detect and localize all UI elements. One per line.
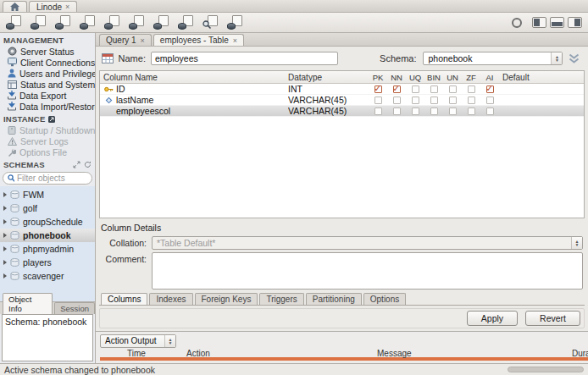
collation-select[interactable]: *Table Default* ▲▼	[152, 236, 583, 250]
close-icon[interactable]: ×	[141, 36, 145, 45]
revert-button[interactable]: Revert	[525, 311, 580, 326]
create-schema-icon[interactable]	[55, 15, 71, 30]
col-header-message[interactable]: Message	[377, 349, 572, 358]
col-header-pk[interactable]: PK	[369, 73, 387, 82]
un-checkbox[interactable]	[449, 97, 457, 104]
sidebar-item-server-logs[interactable]: Server Logs	[0, 135, 95, 146]
uq-checkbox[interactable]	[412, 85, 419, 93]
un-checkbox[interactable]	[449, 85, 457, 93]
schema-item-phpmyadmin[interactable]: phpmyadmin	[0, 242, 95, 256]
comment-textarea[interactable]	[152, 252, 583, 290]
zf-checkbox[interactable]	[468, 108, 475, 115]
tab-indexes[interactable]: Indexes	[149, 293, 192, 305]
sidebar-item-users-privileges[interactable]: Users and Privileges	[0, 68, 95, 79]
bin-checkbox[interactable]	[430, 85, 438, 93]
toggle-left-panel-button[interactable]	[532, 17, 546, 28]
toggle-right-panel-button[interactable]	[568, 17, 582, 28]
schema-item-golf[interactable]: golf	[0, 201, 95, 215]
expander-icon[interactable]	[3, 192, 7, 197]
create-trigger-icon[interactable]	[178, 15, 194, 30]
tab-object-info[interactable]: Object Info	[3, 293, 53, 314]
column-row-employeescol[interactable]: employeescol VARCHAR(45)	[100, 106, 584, 117]
ai-checkbox[interactable]	[486, 97, 494, 104]
grid-empty-area[interactable]	[100, 117, 584, 218]
col-header-time[interactable]: Time	[127, 349, 186, 358]
col-header-nn[interactable]: NN	[387, 73, 406, 82]
toggle-bottom-panel-button[interactable]	[550, 17, 564, 28]
uq-checkbox[interactable]	[412, 97, 419, 104]
home-tab[interactable]	[3, 1, 27, 12]
pk-checkbox[interactable]	[374, 97, 382, 104]
sidebar-item-server-status[interactable]: Server Status	[0, 46, 95, 57]
bin-checkbox[interactable]	[430, 108, 438, 115]
col-header-column-name[interactable]: Column Name	[100, 73, 288, 82]
create-function-icon[interactable]	[153, 15, 169, 30]
collapse-header-icon[interactable]	[568, 53, 580, 63]
tab-foreign-keys[interactable]: Foreign Keys	[195, 293, 258, 305]
tab-employees-table[interactable]: employees - Table ×	[153, 34, 244, 46]
sidebar-item-client-connections[interactable]: Client Connections	[0, 57, 95, 68]
create-view-icon[interactable]	[104, 15, 120, 30]
close-icon[interactable]: ×	[65, 3, 69, 11]
col-header-zf[interactable]: ZF	[462, 73, 480, 82]
schema-item-fwm[interactable]: FWM	[0, 188, 95, 201]
horizontal-scrollbar[interactable]	[508, 367, 584, 372]
col-header-ai[interactable]: AI	[480, 73, 499, 82]
pk-checkbox[interactable]	[374, 108, 382, 115]
expand-schemas-icon[interactable]	[73, 161, 80, 168]
new-query-tab-icon[interactable]	[6, 15, 22, 30]
zf-checkbox[interactable]	[468, 85, 475, 93]
col-header-action[interactable]: Action	[186, 349, 377, 358]
tab-triggers[interactable]: Triggers	[259, 293, 303, 305]
apply-button[interactable]: Apply	[467, 311, 518, 326]
sidebar-item-options-file[interactable]: Options File	[0, 146, 95, 157]
create-procedure-icon[interactable]	[129, 15, 145, 30]
uq-checkbox[interactable]	[412, 108, 419, 115]
tab-query-1[interactable]: Query 1 ×	[99, 34, 152, 46]
sidebar-item-data-export[interactable]: Data Export	[0, 90, 95, 101]
schema-filter[interactable]	[3, 172, 92, 185]
schema-select[interactable]: phonebook ▲▼	[423, 52, 563, 65]
pk-checkbox[interactable]	[374, 85, 382, 93]
expander-icon[interactable]	[3, 246, 7, 251]
connection-tab[interactable]: Linode ×	[29, 1, 77, 12]
refresh-schemas-icon[interactable]	[84, 161, 92, 168]
bin-checkbox[interactable]	[430, 97, 438, 104]
schema-item-phonebook[interactable]: phonebook	[0, 229, 95, 242]
nn-checkbox[interactable]	[393, 97, 401, 104]
ai-checkbox[interactable]	[486, 85, 494, 93]
expander-icon[interactable]	[3, 260, 7, 265]
column-row-lastname[interactable]: lastName VARCHAR(45)	[100, 95, 584, 106]
col-header-uq[interactable]: UQ	[406, 73, 424, 82]
ai-checkbox[interactable]	[486, 108, 494, 115]
expander-icon[interactable]	[3, 273, 7, 278]
table-name-input[interactable]	[151, 52, 338, 65]
tab-options[interactable]: Options	[363, 293, 406, 305]
tab-columns[interactable]: Columns	[101, 293, 147, 305]
un-checkbox[interactable]	[449, 108, 457, 115]
sidebar-item-system-variables[interactable]: Status and System Variables	[0, 79, 95, 90]
nn-checkbox[interactable]	[393, 85, 401, 93]
schema-item-groupschedule[interactable]: groupSchedule	[0, 215, 95, 229]
col-header-datatype[interactable]: Datatype	[288, 73, 369, 82]
expander-icon[interactable]	[3, 206, 7, 211]
reconnect-icon[interactable]	[227, 15, 243, 30]
filter-objects-input[interactable]	[17, 174, 87, 183]
zf-checkbox[interactable]	[468, 97, 475, 104]
output-view-select[interactable]: Action Output ▲▼	[100, 334, 176, 348]
schema-item-players[interactable]: players	[0, 256, 95, 269]
sidebar-item-data-import[interactable]: Data Import/Restore	[0, 101, 95, 112]
column-row-id[interactable]: ID INT	[100, 84, 584, 95]
expander-icon[interactable]	[3, 233, 7, 238]
col-header-duration-fetch[interactable]: Duration / Fetch	[572, 349, 588, 358]
col-header-un[interactable]: UN	[443, 73, 462, 82]
schema-item-scavenger[interactable]: scavenger	[0, 269, 95, 283]
search-objects-icon[interactable]	[202, 15, 219, 30]
tab-partitioning[interactable]: Partitioning	[306, 293, 362, 305]
close-icon[interactable]: ×	[233, 36, 237, 45]
sidebar-item-startup-shutdown[interactable]: Startup / Shutdown	[0, 124, 95, 135]
nn-checkbox[interactable]	[393, 108, 401, 115]
create-table-icon[interactable]	[80, 15, 96, 30]
expander-icon[interactable]	[3, 219, 7, 224]
col-header-bin[interactable]: BIN	[424, 73, 443, 82]
